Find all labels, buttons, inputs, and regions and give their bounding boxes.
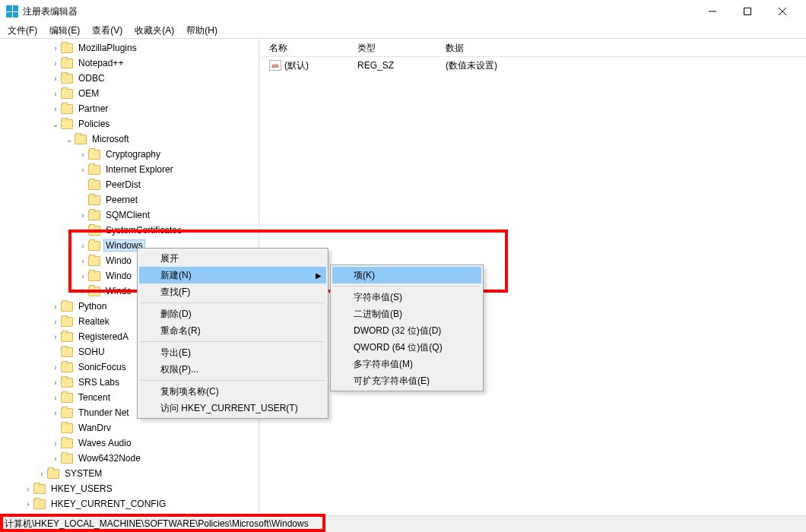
- context-menu-item-label: 访问 HKEY_CURRENT_USER(T): [160, 402, 298, 415]
- context-menu-item[interactable]: 项(K): [332, 267, 481, 283]
- folder-icon: [61, 74, 73, 84]
- chevron-down-icon[interactable]: ⌄: [50, 119, 61, 129]
- list-row[interactable]: ab(默认)REG_SZ(数值未设置): [262, 57, 806, 74]
- tree-node[interactable]: WanDrv: [0, 420, 259, 435]
- tree-node[interactable]: ›Notepad++: [0, 55, 259, 71]
- folder-icon: [88, 211, 100, 220]
- tree-node[interactable]: Peernet: [0, 192, 259, 207]
- context-menu-item[interactable]: 可扩充字符串值(E): [332, 372, 481, 389]
- close-button[interactable]: [765, 0, 800, 23]
- folder-icon: [88, 271, 100, 281]
- context-menu-item[interactable]: 导出(E): [139, 344, 326, 361]
- tree-node-label: PeerDist: [103, 179, 143, 191]
- tree-node[interactable]: ›ODBC: [0, 71, 259, 86]
- col-name[interactable]: 名称: [262, 39, 350, 56]
- tree-node[interactable]: PeerDist: [0, 177, 259, 192]
- chevron-right-icon[interactable]: ›: [78, 164, 88, 175]
- menu-item[interactable]: 帮助(H): [182, 23, 222, 38]
- titlebar: 注册表编辑器: [0, 0, 806, 23]
- window-controls: [695, 0, 800, 23]
- tree-node-label: Microsoft: [90, 133, 132, 145]
- tree-node[interactable]: ›HKEY_CURRENT_CONFIG: [0, 496, 259, 511]
- chevron-right-icon[interactable]: ›: [50, 103, 61, 114]
- menu-item[interactable]: 查看(V): [87, 23, 127, 38]
- chevron-right-icon[interactable]: ›: [50, 331, 61, 342]
- chevron-down-icon[interactable]: ⌄: [64, 134, 75, 144]
- tree-node[interactable]: ›Waves Audio: [0, 435, 259, 451]
- context-menu-item[interactable]: 新建(N)▶: [139, 267, 326, 283]
- tree-node[interactable]: ›MozillaPlugins: [0, 40, 259, 55]
- context-menu-item[interactable]: 展开: [139, 250, 326, 267]
- chevron-right-icon[interactable]: ›: [23, 483, 33, 494]
- chevron-right-icon[interactable]: ›: [50, 453, 61, 464]
- context-menu-item-label: 项(K): [354, 269, 375, 282]
- menu-item[interactable]: 收藏夹(A): [130, 23, 179, 38]
- chevron-right-icon[interactable]: ›: [50, 407, 61, 418]
- chevron-right-icon[interactable]: ›: [50, 43, 61, 53]
- context-menu-item-label: QWORD (64 位)值(Q): [354, 341, 443, 354]
- chevron-right-icon[interactable]: ›: [78, 271, 88, 281]
- chevron-right-icon[interactable]: ›: [50, 88, 61, 99]
- tree-node-label: Python: [76, 300, 109, 312]
- tree-node-label: Windo: [103, 255, 134, 267]
- chevron-right-icon[interactable]: ›: [50, 316, 61, 327]
- tree-node[interactable]: ⌄Microsoft: [0, 131, 259, 147]
- chevron-right-icon[interactable]: ›: [78, 210, 88, 220]
- chevron-right-icon[interactable]: ›: [50, 392, 61, 403]
- tree-node[interactable]: ›SYSTEM: [0, 466, 259, 481]
- tree-node[interactable]: ›SystemCertificates: [0, 223, 259, 238]
- menu-item[interactable]: 文件(F): [3, 23, 42, 38]
- tree-node[interactable]: ›Internet Explorer: [0, 162, 259, 177]
- tree-node[interactable]: ›Partner: [0, 101, 259, 116]
- tree-node[interactable]: ›HKEY_USERS: [0, 481, 259, 496]
- tree-node-label: WanDrv: [76, 422, 113, 434]
- context-menu-item[interactable]: 二进制值(B): [332, 306, 481, 322]
- context-menu-item[interactable]: 删除(D): [139, 306, 326, 322]
- context-menu-item[interactable]: 权限(P)...: [139, 361, 326, 378]
- chevron-right-icon[interactable]: ›: [50, 438, 61, 448]
- cell-type: REG_SZ: [350, 59, 438, 72]
- context-menu-item-label: 字符串值(S): [354, 291, 402, 304]
- tree-node[interactable]: ›Cryptography: [0, 147, 259, 162]
- chevron-right-icon[interactable]: ›: [50, 58, 61, 68]
- chevron-right-icon[interactable]: ›: [23, 499, 33, 509]
- chevron-right-icon[interactable]: ›: [78, 225, 88, 236]
- minimize-button[interactable]: [695, 0, 730, 23]
- folder-icon: [61, 119, 73, 129]
- context-menu-item[interactable]: DWORD (32 位)值(D): [332, 322, 481, 339]
- tree-node[interactable]: ›Wow6432Node: [0, 451, 259, 466]
- context-menu-item[interactable]: 访问 HKEY_CURRENT_USER(T): [139, 400, 326, 416]
- context-menu-item[interactable]: 复制项名称(C): [139, 383, 326, 400]
- context-menu-item[interactable]: 多字符串值(M): [332, 356, 481, 372]
- maximize-button[interactable]: [730, 0, 765, 23]
- tree-node[interactable]: ›OEM: [0, 86, 259, 101]
- chevron-right-icon[interactable]: ›: [78, 286, 88, 296]
- chevron-right-icon[interactable]: ›: [50, 377, 61, 388]
- tree-node-label: OEM: [76, 87, 101, 100]
- context-menu-item[interactable]: QWORD (64 位)值(Q): [332, 339, 481, 356]
- tree-node-label: Waves Audio: [76, 437, 134, 449]
- menu-item[interactable]: 编辑(E): [45, 23, 84, 38]
- context-menu-item[interactable]: 查找(F): [139, 283, 326, 300]
- context-menu-item[interactable]: 字符串值(S): [332, 289, 481, 306]
- tree-node-label: Internet Explorer: [103, 163, 176, 176]
- tree-node-label: Windo: [103, 270, 134, 282]
- folder-icon: [61, 43, 73, 53]
- tree-node[interactable]: ›SQMClient: [0, 207, 259, 223]
- chevron-right-icon[interactable]: ›: [50, 362, 61, 372]
- chevron-right-icon[interactable]: ›: [78, 240, 88, 251]
- folder-icon: [47, 469, 59, 479]
- tree-node-label: SOHU: [76, 346, 107, 358]
- tree-node[interactable]: ⌄Policies: [0, 116, 259, 131]
- context-submenu-new[interactable]: 项(K)字符串值(S)二进制值(B)DWORD (32 位)值(D)QWORD …: [330, 264, 484, 391]
- context-menu[interactable]: 展开新建(N)▶查找(F)删除(D)重命名(R)导出(E)权限(P)...复制项…: [137, 248, 328, 419]
- col-data[interactable]: 数据: [438, 39, 806, 56]
- chevron-right-icon[interactable]: ›: [50, 301, 61, 312]
- chevron-right-icon[interactable]: ›: [36, 468, 47, 479]
- context-menu-item[interactable]: 重命名(R): [139, 322, 326, 339]
- chevron-right-icon[interactable]: ›: [78, 255, 88, 266]
- chevron-right-icon[interactable]: ›: [78, 149, 88, 160]
- col-type[interactable]: 类型: [350, 39, 438, 56]
- chevron-right-icon[interactable]: ›: [50, 73, 61, 84]
- tree-node-label: Policies: [76, 118, 112, 130]
